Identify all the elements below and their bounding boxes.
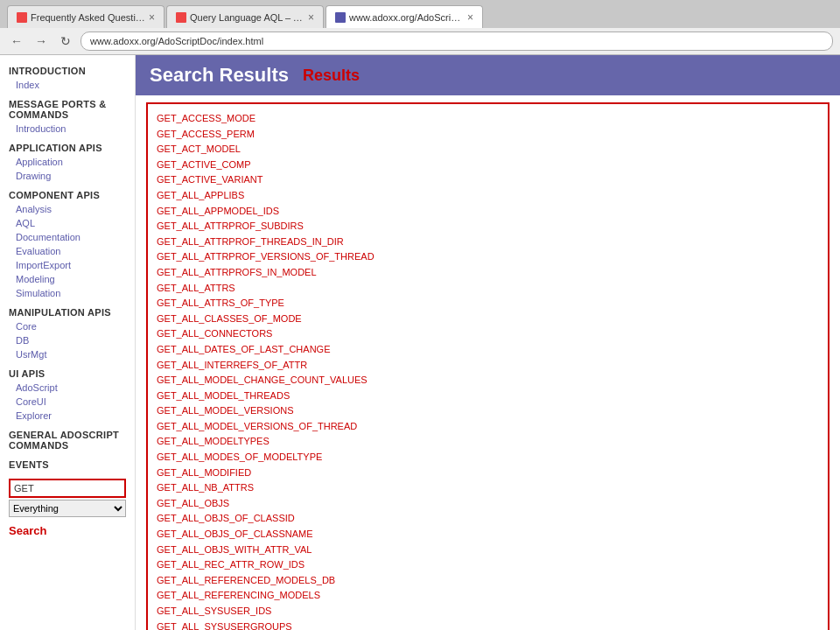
result-link[interactable]: GET_ALL_MODIFIED [157,466,819,481]
result-link[interactable]: GET_ALL_ATTRPROFS_IN_MODEL [157,265,819,281]
result-link[interactable]: GET_ALL_CLASSES_OF_MODE [157,312,819,327]
sidebar-header-general: General AdoScript Commands [0,426,135,452]
result-link[interactable]: GET_ALL_OBJS_OF_CLASSID [157,511,819,527]
sidebar-section-msgports: Message Ports & Commands Introduction [0,95,135,136]
result-link[interactable]: GET_ALL_REFERENCED_MODELS_DB [157,573,819,589]
sidebar-item-analysis[interactable]: Analysis [0,202,135,216]
result-link[interactable]: GET_ALL_APPMODEL_IDS [157,204,819,220]
result-link[interactable]: GET_ACTIVE_COMP [157,158,819,173]
sidebar-item-usrmgt[interactable]: UsrMgt [0,347,135,361]
back-button[interactable]: ← [7,32,26,51]
sidebar-item-simulation[interactable]: Simulation [0,286,135,300]
sidebar-item-core[interactable]: Core [0,319,135,333]
tab-close-aql[interactable]: × [308,11,314,24]
result-link[interactable]: GET_ALL_APPLIBS [157,188,819,204]
nav-bar: ← → ↻ [0,28,840,55]
sidebar: Introduction Index Message Ports & Comma… [0,55,136,630]
results-title: Search Results [150,64,289,87]
results-box: GET_ACCESS_MODEGET_ACCESS_PERMGET_ACT_MO… [146,102,830,630]
result-link[interactable]: GET_ALL_MODEL_CHANGE_COUNT_VALUES [157,373,819,388]
sidebar-section-general: General AdoScript Commands [0,426,135,452]
result-link[interactable]: GET_ALL_MODEL_THREADS [157,388,819,404]
result-link[interactable]: GET_ALL_ATTRPROF_THREADS_IN_DIR [157,234,819,250]
sidebar-header-appapis: Application APIs [0,139,135,155]
reload-button[interactable]: ↻ [56,32,75,51]
sidebar-item-adoscript[interactable]: AdoScript [0,381,135,395]
result-link[interactable]: GET_ALL_ATTRPROF_SUBDIRS [157,219,819,234]
forward-button[interactable]: → [32,32,51,51]
sidebar-header-manipapis: Manipulation APIs [0,304,135,319]
result-link[interactable]: GET_ALL_DATES_OF_LAST_CHANGE [157,342,819,358]
result-link[interactable]: GET_ALL_MODES_OF_MODELTYPE [157,450,819,466]
sidebar-item-evaluation[interactable]: Evaluation [0,244,135,258]
sidebar-section-manipapis: Manipulation APIs Core DB UsrMgt [0,304,135,361]
tab-close-faq[interactable]: × [149,11,155,24]
tab-adoscript[interactable]: www.adoxx.org/AdoScrip... × [326,5,483,28]
result-link[interactable]: GET_ALL_SYSUSER_IDS [157,604,819,620]
sidebar-header-compapis: Component APIs [0,186,135,202]
tab-label-aql: Query Language AQL – Al... [190,12,304,23]
result-link[interactable]: GET_ACCESS_PERM [157,127,819,143]
search-button-label[interactable]: Search [0,521,135,541]
sidebar-item-application[interactable]: Application [0,155,135,169]
result-link[interactable]: GET_ACCESS_MODE [157,111,819,127]
sidebar-item-introduction[interactable]: Introduction [0,122,135,136]
search-filter-select[interactable]: Everything AQL Commands [9,500,126,517]
result-link[interactable]: GET_ALL_MODEL_VERSIONS_OF_THREAD [157,419,819,435]
sidebar-header-events: Events [0,456,135,472]
sidebar-section-compapis: Component APIs Analysis AQL Documentatio… [0,186,135,300]
tab-label-adoscript: www.adoxx.org/AdoScrip... [349,12,464,23]
result-link[interactable]: GET_ALL_MODELTYPES [157,434,819,450]
result-link[interactable]: GET_ALL_ATTRS [157,281,819,297]
sidebar-item-modeling[interactable]: Modeling [0,272,135,286]
result-link[interactable]: GET_ALL_OBJS_WITH_ATTR_VAL [157,542,819,558]
sidebar-section-uiapis: UI APIs AdoScript CoreUI Explorer [0,365,135,423]
tab-favicon-faq [17,12,27,23]
result-link[interactable]: GET_ALL_CONNECTORS [157,326,819,342]
page-content: Introduction Index Message Ports & Comma… [0,55,840,630]
tab-close-adoscript[interactable]: × [467,11,473,24]
result-link[interactable]: GET_ALL_OBJS [157,496,819,512]
sidebar-item-coreui[interactable]: CoreUI [0,395,135,409]
tab-aql[interactable]: Query Language AQL – Al... × [166,5,324,28]
main-content: Search Results Results GET_ACCESS_MODEGE… [136,55,840,630]
sidebar-item-index[interactable]: Index [0,78,135,92]
sidebar-item-importexport[interactable]: ImportExport [0,258,135,272]
result-link[interactable]: GET_ALL_REC_ATTR_ROW_IDS [157,557,819,573]
results-annotation-label: Results [303,66,360,85]
sidebar-search-area: Everything AQL Commands [9,479,126,517]
sidebar-section-introduction: Introduction Index [0,62,135,92]
tab-favicon-adoscript [335,12,346,23]
sidebar-item-explorer[interactable]: Explorer [0,409,135,423]
tab-label-faq: Frequently Asked Questio... [31,12,145,23]
sidebar-item-drawing[interactable]: Drawing [0,169,135,183]
sidebar-item-documentation[interactable]: Documentation [0,230,135,244]
result-link[interactable]: GET_ALL_ATTRPROF_VERSIONS_OF_THREAD [157,249,819,265]
sidebar-header-uiapis: UI APIs [0,365,135,381]
address-bar[interactable] [80,32,833,51]
result-link[interactable]: GET_ALL_OBJS_OF_CLASSNAME [157,527,819,542]
tab-bar: Frequently Asked Questio... × Query Lang… [0,0,840,28]
result-link[interactable]: GET_ALL_INTERREFS_OF_ATTR [157,358,819,374]
sidebar-section-appapis: Application APIs Application Drawing [0,139,135,183]
sidebar-header-msgports: Message Ports & Commands [0,95,135,122]
browser-window: Frequently Asked Questio... × Query Lang… [0,0,840,630]
result-link[interactable]: GET_ALL_SYSUSERGROUPS [157,620,819,630]
sidebar-section-events: Events [0,456,135,472]
tab-favicon-aql [176,12,186,23]
tab-faq[interactable]: Frequently Asked Questio... × [7,5,164,28]
sidebar-item-aql[interactable]: AQL [0,216,135,230]
result-link[interactable]: GET_ALL_NB_ATTRS [157,480,819,496]
result-link[interactable]: GET_ALL_ATTRS_OF_TYPE [157,296,819,312]
result-link[interactable]: GET_ACTIVE_VARIANT [157,172,819,188]
result-link[interactable]: GET_ALL_REFERENCING_MODELS [157,588,819,604]
results-header-bar: Search Results Results [136,55,840,95]
result-link[interactable]: GET_ACT_MODEL [157,142,819,158]
result-link[interactable]: GET_ALL_MODEL_VERSIONS [157,403,819,419]
sidebar-item-db[interactable]: DB [0,333,135,347]
search-input[interactable] [9,479,126,498]
sidebar-header-introduction: Introduction [0,62,135,78]
